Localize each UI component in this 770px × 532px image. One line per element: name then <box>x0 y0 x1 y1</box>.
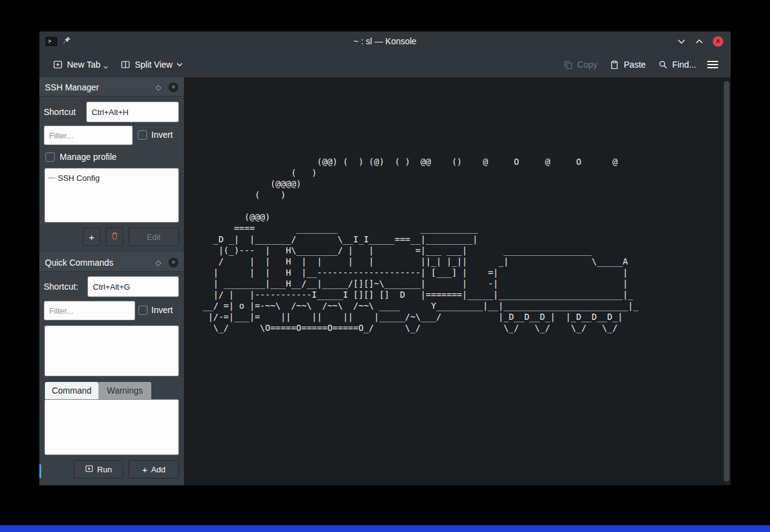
qc-command-editor[interactable] <box>44 399 179 455</box>
manage-profile-checkbox[interactable] <box>46 153 55 162</box>
terminal-scrollbar[interactable] <box>724 81 729 482</box>
main-toolbar: New Tab Split View <box>39 51 731 77</box>
close-panel-icon[interactable]: × <box>169 82 178 92</box>
detach-panel-icon[interactable]: ◇ <box>156 258 161 267</box>
konsole-app-icon[interactable]: > <box>46 37 57 46</box>
edit-label: Edit <box>147 232 161 242</box>
ssh-invert-label: Invert <box>151 130 173 140</box>
run-icon <box>85 464 93 475</box>
terminal-view[interactable]: (@@) ( ) (@) ( ) @@ () @ O @ O @ ( ) (@@… <box>184 77 731 485</box>
ssh-shortcut-input[interactable] <box>86 101 179 122</box>
minimize-button[interactable] <box>677 39 686 44</box>
paste-icon <box>609 60 619 69</box>
sidebar: SSH Manager ◇ × Shortcut Invert Manage p… <box>39 77 184 485</box>
run-button[interactable]: Run <box>74 460 123 478</box>
tab-warnings[interactable]: Warnings <box>98 382 151 399</box>
desktop-edge <box>0 525 770 532</box>
window-content: SSH Manager ◇ × Shortcut Invert Manage p… <box>39 77 731 485</box>
split-view-icon <box>121 60 130 69</box>
copy-button[interactable]: Copy <box>558 56 603 73</box>
ssh-add-button[interactable]: + <box>83 228 100 246</box>
find-label: Find... <box>672 60 696 69</box>
paste-button[interactable]: Paste <box>605 56 651 73</box>
new-tab-icon <box>53 60 63 69</box>
tab-warnings-label: Warnings <box>107 386 143 395</box>
ssh-invert-checkbox[interactable] <box>138 130 147 140</box>
split-view-label: Split View <box>135 60 172 69</box>
menu-icon[interactable] <box>704 57 722 72</box>
plus-icon: + <box>142 465 148 474</box>
paste-label: Paste <box>624 60 646 69</box>
konsole-window: ~ : sl — Konsole > × <box>39 31 731 485</box>
add-label: Add <box>151 465 165 474</box>
plus-icon: + <box>89 232 95 242</box>
new-tab-label: New Tab <box>67 60 100 69</box>
add-command-button[interactable]: + Add <box>129 460 179 478</box>
ssh-shortcut-label: Shortcut <box>44 107 76 117</box>
list-item-ssh-config[interactable]: SSH Config <box>45 169 178 183</box>
split-view-button[interactable]: Split View <box>116 56 188 73</box>
window-title: ~ : sl — Konsole <box>39 31 731 51</box>
split-view-chevron-icon <box>177 63 183 66</box>
close-button[interactable]: × <box>713 36 723 47</box>
close-panel-icon[interactable]: × <box>169 258 178 268</box>
tab-command[interactable]: Command <box>45 382 98 399</box>
detach-panel-icon[interactable]: ◇ <box>156 83 161 92</box>
pin-icon[interactable] <box>62 36 71 47</box>
ssh-filter-input[interactable] <box>44 125 133 145</box>
ssh-manager-header: SSH Manager ◇ × <box>39 77 184 97</box>
terminal-output: (@@) ( ) (@) ( ) @@ () @ O @ O @ ( ) (@@… <box>184 77 731 333</box>
scrollbar-thumb[interactable] <box>724 81 729 482</box>
titlebar[interactable]: ~ : sl — Konsole > × <box>39 31 731 51</box>
ssh-config-label: SSH Config <box>58 173 100 183</box>
qc-shortcut-input[interactable] <box>87 276 179 297</box>
tree-branch-icon <box>48 178 55 178</box>
ssh-edit-button[interactable]: Edit <box>129 228 179 246</box>
new-tab-button[interactable]: New Tab <box>48 56 113 73</box>
qc-filter-input[interactable] <box>44 301 135 320</box>
tab-command-label: Command <box>52 386 92 395</box>
ssh-profile-list[interactable]: SSH Config <box>44 168 179 223</box>
copy-label: Copy <box>578 60 598 69</box>
run-label: Run <box>97 465 112 474</box>
desktop-background: ~ : sl — Konsole > × <box>0 0 770 532</box>
qc-invert-label: Invert <box>151 305 173 315</box>
maximize-button[interactable] <box>695 39 704 44</box>
manage-profile-label: Manage profile <box>60 152 117 162</box>
ssh-manager-title: SSH Manager <box>45 82 156 92</box>
ssh-delete-button[interactable] <box>106 228 123 246</box>
find-button[interactable]: Find... <box>653 56 701 73</box>
qc-shortcut-label: Shortcut: <box>44 282 78 292</box>
focus-accent <box>39 464 41 478</box>
copy-icon <box>563 60 573 69</box>
qc-command-list[interactable] <box>44 325 179 376</box>
search-icon <box>658 60 668 69</box>
quick-commands-header: Quick Commands ◇ × <box>39 253 184 272</box>
trash-icon <box>110 231 119 242</box>
quick-commands-title: Quick Commands <box>45 258 156 268</box>
new-tab-dropdown-icon <box>103 66 108 69</box>
qc-invert-checkbox[interactable] <box>138 306 148 315</box>
